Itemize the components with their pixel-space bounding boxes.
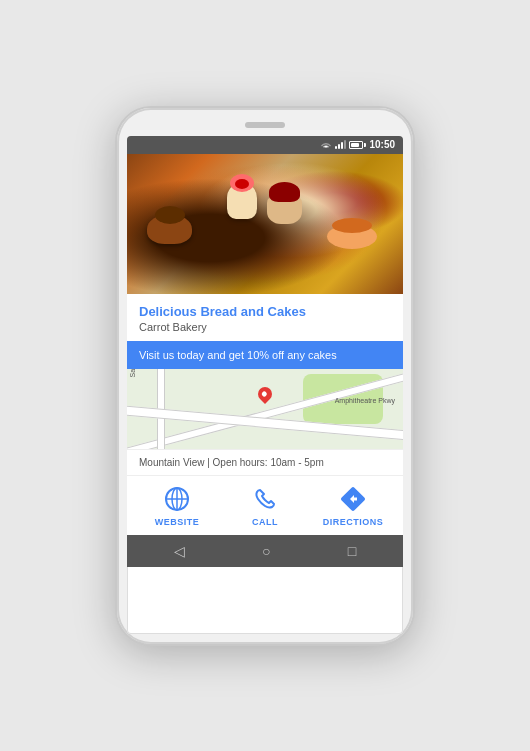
phone-speaker (245, 122, 285, 128)
promo-banner[interactable]: Visit us today and get 10% off any cakes (127, 341, 403, 369)
info-section: Delicious Bread and Cakes Carrot Bakery (127, 294, 403, 341)
location-info: Mountain View | Open hours: 10am - 5pm (127, 449, 403, 476)
status-time: 10:50 (369, 139, 395, 150)
map-street-label: Salado Dr (129, 369, 136, 378)
directions-button[interactable]: DIRECTIONS (309, 484, 397, 527)
bakery-image (127, 154, 403, 294)
recent-button[interactable]: □ (348, 543, 356, 559)
website-icon-container (162, 484, 192, 514)
website-label: WEBSITE (155, 517, 200, 527)
call-button[interactable]: CALL (221, 484, 309, 527)
business-subtitle: Carrot Bakery (139, 321, 391, 333)
call-label: CALL (252, 517, 278, 527)
battery-icon (349, 141, 366, 149)
globe-icon (164, 486, 190, 512)
map-road-label: Amphitheatre Pkwy (335, 397, 395, 404)
back-button[interactable]: ◁ (174, 543, 185, 559)
location-text: Mountain View | Open hours: 10am - 5pm (139, 457, 324, 468)
phone-screen: 10:50 Delicious Bread and Cakes Carrot B… (127, 136, 403, 634)
action-buttons: WEBSITE CALL DIRECTIO (127, 476, 403, 535)
map-area[interactable]: Amphitheatre Pkwy Salado Dr (127, 369, 403, 449)
status-icons: 10:50 (320, 139, 395, 150)
website-button[interactable]: WEBSITE (133, 484, 221, 527)
phone-frame: 10:50 Delicious Bread and Cakes Carrot B… (115, 106, 415, 646)
promo-text: Visit us today and get 10% off any cakes (139, 349, 337, 361)
directions-label: DIRECTIONS (323, 517, 384, 527)
home-button[interactable]: ○ (262, 543, 270, 559)
directions-icon-container (338, 484, 368, 514)
signal-icon (335, 140, 346, 149)
status-bar: 10:50 (127, 136, 403, 154)
wifi-icon (320, 140, 332, 150)
call-icon-container (250, 484, 280, 514)
phone-icon (252, 486, 278, 512)
nav-bar: ◁ ○ □ (127, 535, 403, 567)
map-pin (258, 387, 272, 401)
business-name: Delicious Bread and Cakes (139, 304, 391, 319)
directions-icon (340, 486, 366, 512)
